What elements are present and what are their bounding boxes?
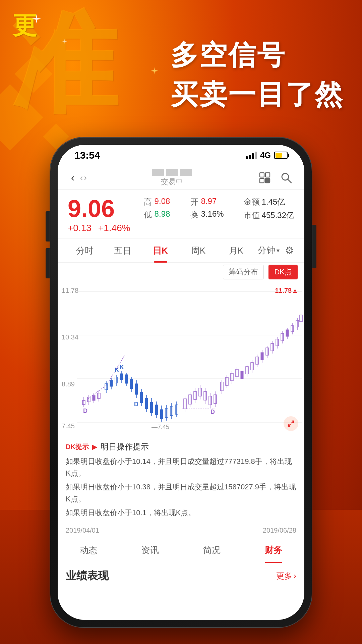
battery-icon [274,152,288,159]
tagline: 多空信号 买卖一目了然 [171,37,344,113]
stat-low-label: 低 [144,209,152,220]
tab-zixun[interactable]: 资讯 [119,537,181,563]
dk-tip-title: 明日操作提示 [101,441,149,452]
tab-fenshi[interactable]: 分时 [66,238,104,263]
stat-open-label: 开 [190,197,198,207]
grid-settings-icon[interactable] [257,170,272,185]
date-end: 2019/06/28 [263,527,296,534]
stat-high-value: 9.08 [155,197,170,207]
signal-bar-1 [246,156,248,159]
perf-more-arrow: › [294,571,296,581]
phone-screen: 13:54 4G ‹ ‹ [58,145,304,620]
stat-open: 开 8.97 [190,197,237,207]
dk-point-button[interactable]: DK点 [268,265,298,279]
stat-right-col: 金额 1.45亿 市值 455.32亿 [244,197,294,221]
svg-rect-37 [130,379,133,389]
grid-icon-svg [259,172,270,183]
svg-line-8 [288,179,291,183]
signal-bars-icon [246,152,257,159]
price-section: 9.06 +0.13 +1.46% 高 9.08 开 8. [58,190,304,238]
phone-mockup: 13:54 4G ‹ ‹ [50,138,312,627]
tab-wuri[interactable]: 五日 [104,238,141,263]
nav-bar: ‹ ‹ › 交易中 [58,166,304,190]
svg-rect-33 [120,374,123,380]
tab-jiankuang[interactable]: 简况 [181,537,243,563]
prev-stock-button[interactable]: ‹ [80,173,83,182]
battery-level [276,153,282,158]
svg-rect-46 [150,402,153,413]
status-bar: 13:54 4G [58,145,304,166]
price-left: 9.06 +0.13 +1.46% [68,197,130,233]
nav-arrows: ‹ › [80,173,87,182]
tab-fenzhong[interactable]: 分钟 ▾ [255,245,282,256]
perf-section: 业绩表现 更多 › [58,563,304,589]
stat-low-value: 8.98 [155,209,170,220]
svg-rect-44 [145,398,148,409]
svg-point-7 [282,173,289,180]
svg-text:K: K [115,367,119,373]
expand-icon [287,420,295,427]
svg-rect-42 [140,392,143,403]
stat-open-value: 8.97 [201,197,217,207]
svg-text:—7.45: —7.45 [152,424,169,430]
perf-more-link[interactable]: 更多 › [276,571,296,581]
status-right: 4G [246,151,288,160]
tab-rik[interactable]: 日K [141,238,179,263]
dk-tip-text-2: 如果明日收盘价小于10.38，并且明日成交量超过1587027.9手，将出现K点… [66,481,296,504]
tab-caiwu[interactable]: 财务 [243,537,304,563]
dk-badge: DK提示 [66,442,89,451]
svg-rect-3 [260,173,264,177]
svg-rect-5 [260,178,264,183]
status-time: 13:54 [74,150,100,161]
dk-tip-section: DK提示 ▶ 明日操作提示 如果明日收盘价小于10.14，并且明日成交量超过77… [58,436,304,524]
sparkle-icon-2 [62,39,67,44]
chart-area[interactable]: 11.78 10.34 8.89 7.45 11.78▲ [58,281,304,436]
stock-code-area [152,169,192,176]
dk-tip-text-1: 如果明日收盘价小于10.14，并且明日成交量超过777319.8手，将出现K点。 [66,455,296,479]
stat-market-cap-value: 455.32亿 [262,210,294,221]
svg-rect-50 [160,410,163,419]
current-price: 9.06 [68,197,130,221]
search-icon-svg [280,172,292,184]
dk-tip-header: DK提示 ▶ 明日操作提示 [66,441,296,452]
svg-rect-101 [286,330,289,336]
code-block-2 [166,169,178,176]
tab-yuek[interactable]: 月K [217,238,255,263]
signal-bar-4 [255,152,257,159]
svg-marker-2 [151,67,158,74]
svg-rect-6 [265,178,270,183]
stat-amount: 金额 1.45亿 [244,197,294,207]
tagline-line2: 买卖一目了然 [171,76,344,113]
dropdown-arrow-icon: ▾ [277,247,280,254]
tagline-line1: 多空信号 [171,37,344,74]
chart-settings-button[interactable]: ⚙ [282,244,296,258]
svg-rect-83 [241,371,243,379]
svg-rect-48 [155,405,158,415]
trading-status: 交易中 [161,177,183,187]
svg-text:D: D [134,401,138,408]
next-stock-button[interactable]: › [84,173,87,182]
date-start: 2019/04/01 [66,527,99,534]
svg-rect-39 [135,384,138,394]
price-stats-grid: 高 9.08 开 8.97 低 8.98 换 3 [144,197,237,220]
price-change: +0.13 +1.46% [68,223,130,233]
tab-zhouk[interactable]: 周K [179,238,217,263]
tab-dongtai[interactable]: 动态 [58,537,119,563]
dk-tip-text-3: 如果明日收盘价小于10.1，将出现K点。 [66,507,296,519]
signal-bar-3 [252,153,254,159]
perf-title: 业绩表现 [66,569,109,583]
svg-text:D: D [83,408,87,414]
code-block-3 [180,169,192,176]
stat-high: 高 9.08 [144,197,190,207]
chip-dist-button[interactable]: 筹码分布 [223,265,264,279]
svg-line-13 [88,385,106,399]
expand-chart-button[interactable] [284,416,298,431]
back-button[interactable]: ‹ [68,169,77,186]
svg-rect-27 [110,380,113,386]
stat-market-cap-label: 市值 [244,210,260,221]
code-block-1 [152,169,164,176]
search-icon[interactable] [279,170,294,185]
svg-text:D: D [210,409,215,415]
stat-turnover-value: 3.16% [201,209,224,220]
stat-turnover: 换 3.16% [190,209,237,220]
